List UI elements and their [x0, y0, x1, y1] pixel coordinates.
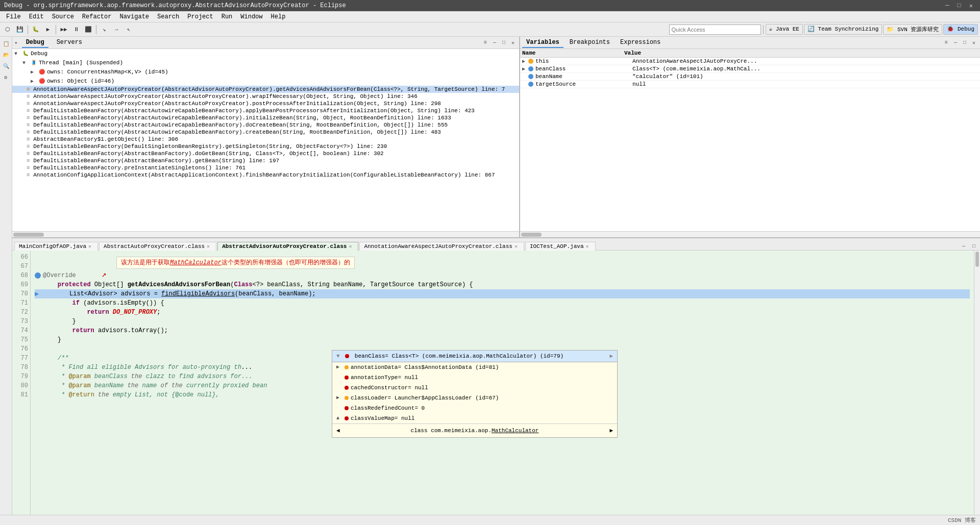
var-panel-icon-maximize[interactable]: □ — [961, 39, 969, 47]
perspective-debug[interactable]: 🐞 Debug — [943, 24, 978, 35]
menu-edit[interactable]: Edit — [25, 12, 48, 21]
debug-panel-icon-minimize[interactable]: — — [491, 39, 499, 47]
stack-frame-9[interactable]: ≡ DefaultListableBeanFactory(AbstractBea… — [12, 150, 519, 157]
menu-run[interactable]: Run — [217, 12, 237, 21]
tooltip-row-cachedConstructor[interactable]: cachedConstructor= null — [332, 383, 617, 393]
breakpoint-marker-68[interactable] — [35, 272, 41, 279]
toolbar-resume[interactable]: ▶▶ — [58, 24, 69, 35]
menu-help[interactable]: Help — [267, 12, 290, 21]
tab-expressions[interactable]: Expressions — [616, 38, 665, 48]
toolbar-debug[interactable]: 🐛 — [30, 24, 41, 35]
var-tooltip-scroll-right[interactable]: ▶ — [609, 352, 613, 361]
var-row-beanName[interactable]: beanName "calculator" (id=101) — [520, 73, 980, 81]
sidebar-icon-3[interactable]: 🔍 — [1, 61, 11, 71]
maximize-button[interactable]: □ — [954, 1, 964, 11]
debug-panel-icon-maximize[interactable]: □ — [500, 39, 508, 47]
tooltip-row-annotationData[interactable]: ▶ annotationData= Class$AnnotationData (… — [332, 362, 617, 372]
menu-file[interactable]: File — [2, 12, 25, 21]
minimize-button[interactable]: — — [942, 1, 952, 11]
tooltip-row-classRedefinedCount[interactable]: classRedefinedCount= 0 — [332, 403, 617, 413]
debug-panel-icon-1[interactable]: ≡ — [481, 39, 489, 47]
tab-annotation-aware-close[interactable]: ✕ — [514, 243, 518, 249]
thread-toggle[interactable]: ▼ — [22, 60, 29, 66]
menu-refactor[interactable]: Refactor — [78, 12, 116, 21]
toolbar-save[interactable]: 💾 — [14, 24, 26, 35]
tab-main-config-close[interactable]: ✕ — [88, 243, 91, 249]
sidebar-icon-2[interactable]: 📂 — [1, 50, 11, 60]
perspective-svn[interactable]: 📁 SVN 资源库研究 — [883, 24, 942, 35]
thread-item[interactable]: ▼ 🧵 Thread [main] (Suspended) — [12, 58, 519, 67]
var-row-targetSource[interactable]: targetSource null — [520, 81, 980, 88]
tooltip-row-classValueMap[interactable]: ▲ classValueMap= null — [332, 413, 617, 423]
stack-frame-10[interactable]: ≡ DefaultListableBeanFactory(AbstractBea… — [12, 157, 519, 164]
tab-abstract-auto-proxy[interactable]: AbstractAutoProxyCreator.class ✕ — [99, 242, 216, 251]
var-panel-icon-minimize[interactable]: — — [951, 39, 960, 47]
stack-frame-0[interactable]: ≡ AnnotationAwareAspectJAutoProxyCreator… — [12, 86, 519, 93]
var-panel-icon-1[interactable]: ≡ — [942, 39, 950, 47]
close-button[interactable]: ✕ — [966, 1, 976, 11]
stack-frame-8[interactable]: ≡ DefaultListableBeanFactory(DefaultSing… — [12, 143, 519, 150]
toolbar-stop[interactable]: ⬛ — [83, 24, 94, 35]
tab-ioc-test-close[interactable]: ✕ — [586, 243, 589, 249]
perspective-team-sync[interactable]: 🔄 Team Synchronizing — [804, 24, 882, 35]
toolbar-suspend[interactable]: ⏸ — [70, 24, 82, 35]
tab-abstract-advisor[interactable]: AbstractAdvisorAutoProxyCreator.class ✕ — [217, 242, 358, 251]
toolbar-step-into[interactable]: ↘ — [99, 24, 110, 35]
toolbar-run[interactable]: ▶ — [42, 24, 54, 35]
menu-navigate[interactable]: Navigate — [115, 12, 153, 21]
var-scrollbar-thumb[interactable] — [521, 233, 542, 237]
debug-scrollbar-thumb[interactable] — [13, 233, 44, 237]
debug-scrollbar-h[interactable] — [12, 231, 519, 237]
debug-panel-icon-close[interactable]: ✕ — [509, 39, 517, 47]
owns-toggle-2[interactable]: ▶ — [31, 78, 37, 84]
editor-tab-icon-maximize[interactable]: □ — [970, 242, 978, 250]
tab-abstract-advisor-close[interactable]: ✕ — [349, 243, 352, 249]
perspective-java-ee[interactable]: ☕ Java EE — [766, 24, 803, 35]
stack-frame-6[interactable]: ≡ DefaultListableBeanFactory(AbstractAut… — [12, 129, 519, 136]
menu-source[interactable]: Source — [48, 12, 78, 21]
debug-root-toggle[interactable]: ▼ — [14, 51, 20, 57]
tab-variables[interactable]: Variables — [522, 38, 564, 48]
stack-frame-7[interactable]: ≡ AbstractBeanFactory$1.getObject() line… — [12, 136, 519, 143]
stack-frame-1[interactable]: ≡ AnnotationAwareAspectJAutoProxyCreator… — [12, 93, 519, 100]
stack-frame-12[interactable]: ≡ AnnotationConfigApplicationContext(Abs… — [12, 171, 519, 179]
owns-item-1[interactable]: ▶ 🔴 owns: ConcurrentHashMap<K,V> (id=45) — [12, 67, 519, 77]
var-row-this[interactable]: ▶ this AnnotationAwareAspectJAutoProxyCr… — [520, 58, 980, 65]
tab-ioc-test[interactable]: IOCTest_AOP.java ✕ — [525, 242, 596, 251]
var-tooltip-collapse[interactable]: ▼ — [336, 353, 340, 359]
stack-frame-11[interactable]: ≡ DefaultListableBeanFactory.preInstanti… — [12, 164, 519, 171]
editor-tab-icon-minimize[interactable]: — — [960, 242, 968, 250]
menu-project[interactable]: Project — [183, 12, 217, 21]
tooltip-toggle-1[interactable]: ▶ — [336, 363, 342, 372]
stack-frame-3[interactable]: ≡ DefaultListableBeanFactory(AbstractAut… — [12, 107, 519, 114]
var-toggle-beanClass[interactable]: ▶ — [522, 66, 528, 72]
toolbar-new[interactable]: ⬡ — [2, 24, 13, 35]
stack-frame-4[interactable]: ≡ DefaultListableBeanFactory(AbstractAut… — [12, 114, 519, 121]
toolbar-step-return[interactable]: ↖ — [123, 24, 134, 35]
menu-window[interactable]: Window — [236, 12, 266, 21]
owns-toggle-1[interactable]: ▶ — [31, 69, 37, 75]
variables-scrollbar-h[interactable] — [520, 231, 980, 237]
tab-debug[interactable]: Debug — [22, 38, 48, 48]
tab-breakpoints[interactable]: Breakpoints — [566, 38, 614, 48]
sidebar-icon-4[interactable]: ⚙ — [1, 72, 11, 83]
tab-main-config[interactable]: MainConfigOfAOP.java ✕ — [14, 242, 98, 251]
tab-abstract-auto-proxy-close[interactable]: ✕ — [207, 243, 210, 249]
toolbar-step-over[interactable]: → — [111, 24, 122, 35]
var-toggle-this[interactable]: ▶ — [522, 58, 528, 64]
tab-annotation-aware[interactable]: AnnotationAwareAspectJAutoProxyCreator.c… — [359, 242, 524, 251]
tab-servers[interactable]: Servers — [53, 38, 86, 48]
quick-access-input[interactable] — [669, 24, 761, 35]
debug-root-item[interactable]: ▼ 🐛 Debug — [12, 49, 519, 58]
menu-search[interactable]: Search — [153, 12, 183, 21]
sidebar-icon-1[interactable]: 📋 — [1, 39, 11, 49]
code-area[interactable]: @Override ↗ 该方法是用于获取MathCalculator这个类型的所… — [31, 251, 974, 519]
editor-scrollbar-v[interactable] — [974, 251, 980, 519]
tooltip-row-classLoader[interactable]: ▶ classLoader= Launcher$AppClassLoader (… — [332, 393, 617, 403]
editor-scrollbar-thumb[interactable] — [975, 252, 979, 267]
tooltip-row-annotationType[interactable]: annotationType= null — [332, 372, 617, 383]
owns-item-2[interactable]: ▶ 🔴 owns: Object (id=46) — [12, 77, 519, 86]
var-row-beanClass[interactable]: ▶ beanClass Class<T> (com.meimeixia.aop.… — [520, 65, 980, 73]
var-panel-icon-close[interactable]: ✕ — [970, 39, 978, 47]
stack-frame-2[interactable]: ≡ AnnotationAwareAspectJAutoProxyCreator… — [12, 100, 519, 107]
